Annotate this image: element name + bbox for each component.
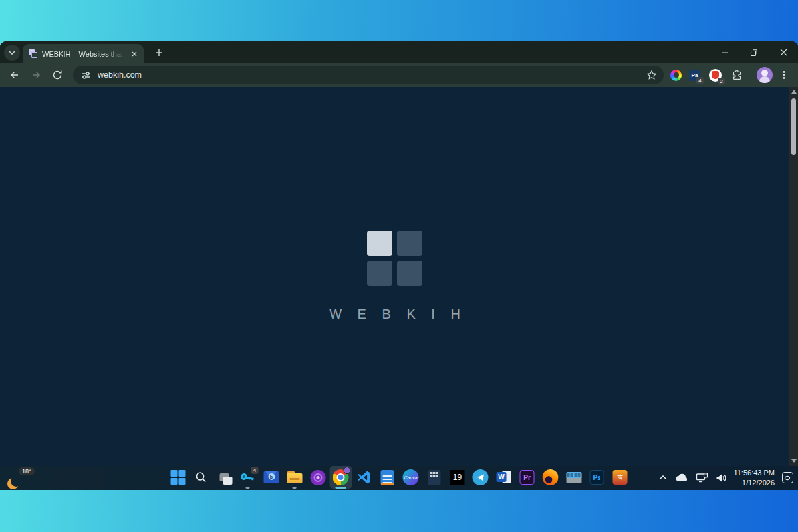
back-arrow-icon bbox=[9, 70, 20, 80]
restore-button[interactable] bbox=[739, 41, 769, 63]
firefox-icon bbox=[543, 469, 559, 485]
taskbar-file-explorer[interactable] bbox=[283, 466, 306, 489]
back-button[interactable] bbox=[5, 66, 24, 84]
page-content: W E B K I H bbox=[0, 87, 798, 466]
tab-strip: WEBKIH – Websites that conver bbox=[0, 41, 798, 63]
browser-tab[interactable]: WEBKIH – Websites that conver bbox=[23, 44, 144, 63]
extension-shield[interactable]: 2 bbox=[709, 69, 722, 82]
taskbar-key-app[interactable]: 4 bbox=[237, 466, 259, 489]
logo-square-4 bbox=[397, 261, 422, 286]
scrollbar-track[interactable] bbox=[789, 96, 798, 456]
keyboard-icon bbox=[566, 472, 581, 483]
new-tab-button[interactable] bbox=[150, 44, 168, 61]
taskbar-photoshop[interactable]: Ps bbox=[586, 466, 608, 489]
browser-toolbar: webkih.com Pa 4 2 bbox=[0, 63, 798, 87]
scrollbar-down-button[interactable] bbox=[789, 456, 798, 466]
taskbar-task-view-button[interactable] bbox=[213, 466, 236, 489]
browser-window: WEBKIH – Websites that conver bbox=[0, 41, 798, 466]
scrollbar-thumb[interactable] bbox=[791, 98, 796, 155]
ime-icon bbox=[782, 472, 793, 483]
reload-button[interactable] bbox=[48, 66, 66, 84]
url-text[interactable]: webkih.com bbox=[98, 70, 640, 80]
plus-icon bbox=[155, 49, 163, 57]
volume-tray-icon[interactable] bbox=[714, 470, 728, 486]
taskbar-keyboard-app[interactable] bbox=[563, 466, 585, 489]
avatar-icon bbox=[757, 67, 773, 83]
logo-square-2 bbox=[397, 231, 422, 256]
canva-icon: Canva bbox=[403, 469, 419, 485]
tray-overflow-button[interactable] bbox=[656, 470, 670, 486]
system-tray: 11:56:43 PM 1/12/2026 bbox=[656, 466, 794, 490]
tab-title: WEBKIH – Websites that conver bbox=[42, 50, 124, 58]
page-scrollbar[interactable] bbox=[789, 87, 798, 466]
bookmark-star-icon[interactable] bbox=[646, 70, 657, 80]
tray-date: 1/12/2026 bbox=[733, 478, 775, 487]
ethernet-icon bbox=[696, 473, 708, 483]
moon-icon bbox=[11, 475, 22, 487]
profile-avatar[interactable] bbox=[757, 67, 773, 83]
taskbar-tor-browser[interactable] bbox=[307, 466, 329, 489]
taskbar-telegram[interactable] bbox=[469, 466, 492, 489]
temperature-badge: 18° bbox=[19, 467, 35, 475]
taskbar-firefox[interactable] bbox=[539, 466, 562, 489]
logo-square-3 bbox=[367, 261, 392, 286]
tab-search-button[interactable] bbox=[4, 45, 20, 61]
extensions-button[interactable] bbox=[728, 66, 745, 84]
site-settings-icon[interactable] bbox=[81, 70, 91, 80]
tab-close-button[interactable] bbox=[129, 49, 140, 59]
scrollbar-up-button[interactable] bbox=[789, 87, 798, 96]
site-loading-hero: W E B K I H bbox=[323, 231, 466, 322]
close-icon bbox=[780, 49, 787, 56]
address-bar[interactable]: webkih.com bbox=[73, 66, 664, 84]
scroll-down-icon bbox=[791, 459, 797, 463]
webkih-wordmark: W E B K I H bbox=[323, 307, 466, 322]
tray-clock[interactable]: 11:56:43 PM 1/12/2026 bbox=[733, 468, 775, 487]
taskbar-canva[interactable]: Canva bbox=[400, 466, 422, 489]
window-controls bbox=[710, 41, 798, 63]
chevron-up-icon bbox=[659, 475, 667, 480]
taskbar-chrome[interactable] bbox=[330, 466, 352, 489]
menu-button[interactable] bbox=[775, 66, 793, 84]
calendar-date-icon: 19 bbox=[450, 470, 465, 485]
taskbar-calendar-app[interactable]: 19 bbox=[446, 466, 469, 489]
cloud-icon bbox=[676, 473, 689, 482]
close-window-button[interactable] bbox=[769, 41, 798, 63]
ime-language-tray-icon[interactable] bbox=[781, 470, 794, 486]
webkih-logo bbox=[367, 231, 422, 286]
taskbar-premiere-pro[interactable]: Pr bbox=[516, 466, 539, 489]
extension-color-wheel[interactable] bbox=[670, 70, 682, 81]
tor-onion-icon bbox=[310, 470, 325, 485]
taskbar-start-button[interactable] bbox=[167, 466, 190, 489]
task-view-icon bbox=[215, 468, 234, 487]
network-tray-icon[interactable] bbox=[695, 470, 708, 486]
running-indicator bbox=[246, 487, 250, 489]
taskbar-avro-keyboard[interactable]: অ bbox=[609, 466, 632, 489]
extension-pa[interactable]: Pa 4 bbox=[689, 70, 700, 81]
toolbar-divider bbox=[751, 69, 751, 81]
reload-icon bbox=[52, 70, 63, 80]
taskbar-word[interactable]: W bbox=[493, 466, 515, 489]
vscode-icon bbox=[357, 470, 372, 485]
logo-square-1 bbox=[367, 231, 392, 256]
taskbar-notepad[interactable] bbox=[376, 466, 399, 489]
minimize-button[interactable] bbox=[710, 41, 739, 63]
taskbar-calculator[interactable] bbox=[423, 466, 446, 489]
taskbar-vscode[interactable] bbox=[353, 466, 376, 489]
search-icon bbox=[195, 471, 208, 484]
taskbar-mail-app[interactable]: b bbox=[260, 466, 283, 489]
photoshop-icon: Ps bbox=[590, 470, 604, 485]
telegram-icon bbox=[473, 469, 489, 485]
calculator-icon bbox=[428, 470, 440, 485]
chevron-down-icon bbox=[9, 51, 15, 55]
word-icon: W bbox=[497, 470, 511, 485]
forward-arrow-icon bbox=[31, 70, 41, 80]
weather-widget[interactable]: 18° bbox=[7, 467, 37, 489]
mail-icon: b bbox=[263, 471, 279, 483]
tray-time: 11:56:43 PM bbox=[733, 468, 775, 477]
forward-button[interactable] bbox=[27, 66, 45, 84]
close-icon bbox=[132, 51, 137, 57]
taskbar-search-button[interactable] bbox=[190, 466, 213, 489]
windows-logo-icon bbox=[171, 470, 186, 485]
scroll-up-icon bbox=[791, 90, 797, 94]
onedrive-tray-icon[interactable] bbox=[676, 470, 689, 486]
